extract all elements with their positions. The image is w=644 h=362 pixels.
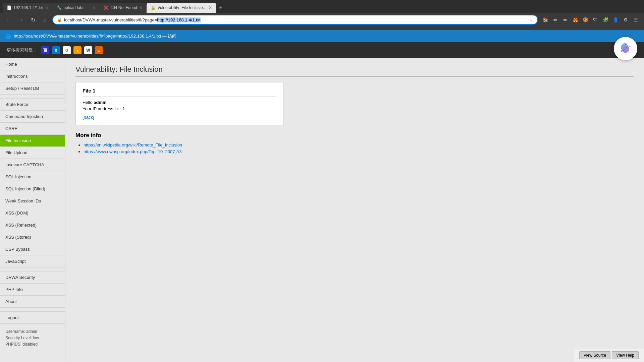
file-box-line1: Hello admin xyxy=(83,100,276,105)
sidebar-item-home[interactable]: Home xyxy=(0,58,65,70)
sidebar-item-csrf[interactable]: CSRF xyxy=(0,123,65,135)
security-value: low xyxy=(33,336,39,340)
owasp-link[interactable]: https://www.owasp.org/index.php/Top_10_2… xyxy=(84,149,182,154)
sidebar-item-xss-reflected[interactable]: XSS (Reflected) xyxy=(0,219,65,231)
sidebar: Home Instructions Setup / Reset DB Brute… xyxy=(0,58,65,362)
username-line: Username: admin xyxy=(5,328,60,335)
tab-1-title: 192.168.1.4/1.txt xyxy=(13,5,43,10)
ip-line: Your IP address is: ::1 xyxy=(83,106,276,111)
phpids-label: PHPIDS: xyxy=(5,342,21,347)
info-bar: 🌐 http://localhost/DVWA-master/vulnerabi… xyxy=(0,30,644,42)
sidebar-item-dvwa-security[interactable]: DVWA Security xyxy=(0,272,65,284)
page-content: Vulnerability: File Inclusion File 1 Hel… xyxy=(65,58,644,362)
nav-bar: ← → ↻ ⌂ 🔒 localhost/DVWA-master/vulnerab… xyxy=(0,13,644,27)
menu-icon[interactable]: ☰ xyxy=(631,15,640,24)
tab-4-close[interactable]: ✕ xyxy=(209,5,212,10)
sidebar-item-xss-stored[interactable]: XSS (Stored) xyxy=(0,231,65,243)
sidebar-item-sql-injection[interactable]: SQL Injection xyxy=(0,171,65,183)
baidu-icon[interactable]: 百 xyxy=(41,46,49,54)
reload-button[interactable]: ↻ xyxy=(28,15,38,24)
forward-button[interactable]: → xyxy=(16,15,25,24)
bookmarks-icon[interactable]: 📚 xyxy=(541,15,549,24)
username-label: Username: xyxy=(5,329,25,334)
new-tab-button[interactable]: + xyxy=(216,3,225,12)
info-bar-text: http://localhost/DVWA-master/vulnerabili… xyxy=(14,33,176,39)
security-line: Security Level: low xyxy=(5,335,60,341)
tab-3[interactable]: ❌ 404 Not Found ✕ xyxy=(100,3,147,13)
firefox-search-icon[interactable]: 🔥 xyxy=(95,46,103,54)
back-button[interactable]: ← xyxy=(4,15,13,24)
tab-1-close[interactable]: ✕ xyxy=(45,5,49,10)
browser-chrome: 📄 192.168.1.4/1.txt ✕ 🔧 upload-labs ✕ ❌ … xyxy=(0,0,644,30)
tab-1-favicon: 📄 xyxy=(7,5,11,10)
page-title: Vulnerability: File Inclusion xyxy=(75,65,634,77)
sidebar-item-about[interactable]: About xyxy=(0,296,65,308)
wikipedia-link[interactable]: https://en.wikipedia.org/wiki/Remote_Fil… xyxy=(84,142,182,147)
tab-1[interactable]: 📄 192.168.1.4/1.txt ✕ xyxy=(3,3,53,13)
search-label: 更多搜索引擎： xyxy=(7,47,37,53)
globe-icon: 🌐 xyxy=(5,34,11,39)
username-value: admin xyxy=(26,329,37,334)
sidebar-item-instructions[interactable]: Instructions xyxy=(0,70,65,82)
tab-2[interactable]: 🔧 upload-labs ✕ xyxy=(53,3,100,13)
url-base: localhost/DVWA-master/vulnerabilities/fi… xyxy=(64,17,157,22)
sidebar-item-setup[interactable]: Setup / Reset DB xyxy=(0,82,65,95)
address-bar[interactable]: 🔒 localhost/DVWA-master/vulnerabilities/… xyxy=(52,15,538,25)
sidebar-item-file-upload[interactable]: File Upload xyxy=(0,147,65,159)
bing-icon[interactable]: b xyxy=(52,46,60,54)
google-icon[interactable]: G xyxy=(63,46,71,54)
go-button[interactable]: → xyxy=(529,17,533,22)
tab-3-close[interactable]: ✕ xyxy=(139,5,143,10)
view-source-button[interactable]: View Source xyxy=(579,351,610,359)
amazon-icon[interactable]: a xyxy=(73,46,82,54)
forward-nav-icon[interactable]: ➡ xyxy=(561,15,570,24)
sidebar-gap-1 xyxy=(0,95,65,99)
tab-2-close[interactable]: ✕ xyxy=(92,5,96,10)
sidebar-item-php-info[interactable]: PHP Info xyxy=(0,284,65,296)
sidebar-item-insecure-captcha[interactable]: Insecure CAPTCHA xyxy=(0,159,65,171)
more-info-links: https://en.wikipedia.org/wiki/Remote_Fil… xyxy=(75,142,634,154)
shield-icon[interactable]: 🛡 xyxy=(591,15,600,24)
phpids-line: PHPIDS: disabled xyxy=(5,341,60,348)
sidebar-item-brute-force[interactable]: Brute Force xyxy=(0,99,65,111)
tab-4-favicon: 🔒 xyxy=(151,5,155,10)
sidebar-item-sql-injection-blind[interactable]: SQL Injection (Blind) xyxy=(0,183,65,195)
bird-logo xyxy=(614,37,637,60)
more-info-heading: More info xyxy=(75,132,634,139)
view-help-button[interactable]: View Help xyxy=(612,351,639,359)
nav-icons: 📚 ⬅ ➡ 🦊 🍪 🛡 🧩 👤 ⚙ ☰ xyxy=(541,15,640,24)
sidebar-item-javascript[interactable]: JavaScript xyxy=(0,255,65,267)
phpids-value: disabled xyxy=(22,342,38,347)
profile-icon[interactable]: 👤 xyxy=(611,15,620,24)
extension-icon[interactable]: 🧩 xyxy=(601,15,610,24)
back-nav-icon[interactable]: ⬅ xyxy=(551,15,559,24)
sidebar-item-command-injection[interactable]: Command Injection xyxy=(0,111,65,123)
more-info-link-1: https://en.wikipedia.org/wiki/Remote_Fil… xyxy=(84,142,634,147)
tab-bar: 📄 192.168.1.4/1.txt ✕ 🔧 upload-labs ✕ ❌ … xyxy=(0,0,644,13)
tab-4-title: Vulnerability: File Inclusio… xyxy=(157,5,207,10)
sidebar-gap-2 xyxy=(0,267,65,272)
sidebar-item-logout[interactable]: Logout xyxy=(0,312,65,324)
username-display: admin xyxy=(94,100,106,105)
settings-icon[interactable]: ⚙ xyxy=(621,15,630,24)
security-label: Security Level: xyxy=(5,336,32,340)
tab-2-title: upload-labs xyxy=(63,5,90,10)
sidebar-item-csp-bypass[interactable]: CSP Bypass xyxy=(0,243,65,255)
search-bar: 更多搜索引擎： 百 b G a W 🔥 ⚙ xyxy=(0,42,644,58)
back-link[interactable]: [back] xyxy=(83,115,276,120)
tab-4[interactable]: 🔒 Vulnerability: File Inclusio… ✕ xyxy=(147,3,216,13)
url-text: localhost/DVWA-master/vulnerabilities/fi… xyxy=(64,17,529,22)
tab-2-favicon: 🔧 xyxy=(57,5,61,10)
tab-3-title: 404 Not Found xyxy=(110,5,137,10)
sidebar-item-file-inclusion[interactable]: File Inclusion xyxy=(0,135,65,147)
sidebar-item-xss-dom[interactable]: XSS (DOM) xyxy=(0,207,65,219)
more-info-link-2: https://www.owasp.org/index.php/Top_10_2… xyxy=(84,149,634,154)
firefox-icon[interactable]: 🦊 xyxy=(571,15,580,24)
file-box: File 1 Hello admin Your IP address is: :… xyxy=(75,82,283,125)
cookie-icon[interactable]: 🍪 xyxy=(581,15,590,24)
sidebar-item-weak-session-ids[interactable]: Weak Session IDs xyxy=(0,195,65,207)
search-engine-icons: 百 b G a W 🔥 xyxy=(41,46,103,54)
footer-bar: View Source View Help xyxy=(574,349,644,362)
home-button[interactable]: ⌂ xyxy=(40,15,50,24)
wikipedia-icon[interactable]: W xyxy=(84,46,92,54)
